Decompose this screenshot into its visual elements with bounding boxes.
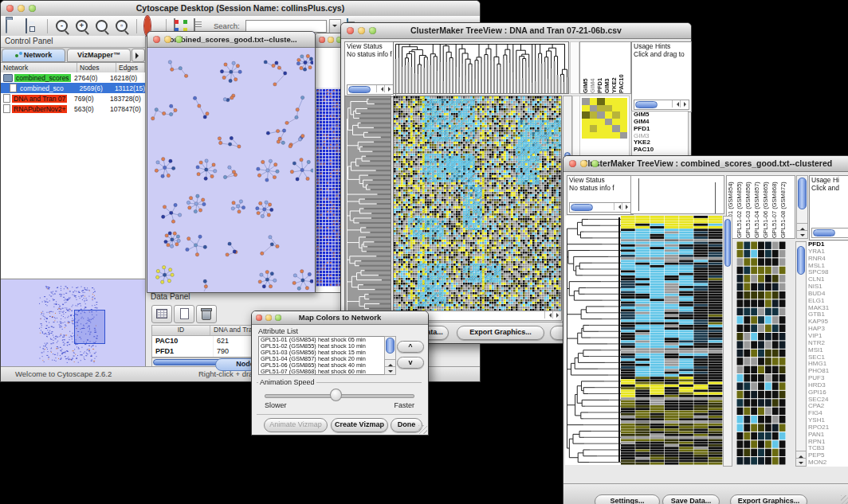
minimize-button[interactable]	[164, 36, 171, 43]
scrollbar-thumb[interactable]	[635, 101, 658, 108]
speed-slider-thumb[interactable]	[330, 389, 342, 401]
zoom-button[interactable]	[369, 27, 376, 34]
minimize-button[interactable]	[328, 37, 334, 43]
save-button[interactable]	[26, 19, 40, 33]
scroll-right-button[interactable]	[680, 100, 689, 107]
matrix-cell[interactable]	[590, 105, 598, 112]
attribute-list-item[interactable]: GPL51-07 (GSM868) heat shock 60 min	[259, 369, 385, 375]
matrix-cell[interactable]	[605, 105, 613, 112]
matrix-cell[interactable]	[612, 125, 620, 132]
settings-button[interactable]: Settings...	[595, 494, 660, 504]
matrix-cell[interactable]	[597, 105, 605, 112]
close-button[interactable]	[256, 315, 262, 321]
scrollbar-thumb[interactable]	[813, 229, 835, 236]
column-label[interactable]: GPL51-08 (GSM872)	[779, 176, 788, 238]
scroll-right-button[interactable]	[552, 311, 561, 318]
matrix-cell[interactable]	[597, 125, 605, 132]
column-label[interactable]: PFD1	[596, 42, 603, 93]
matrix-cell[interactable]	[612, 105, 620, 112]
minimize-button[interactable]	[18, 5, 25, 12]
matrix-cell[interactable]	[620, 119, 628, 126]
row-dendrogram-canvas[interactable]	[565, 216, 621, 465]
scrollbar-thumb[interactable]	[798, 178, 807, 209]
scroll-right-button[interactable]	[384, 85, 393, 92]
tab-overflow-button[interactable]	[132, 49, 145, 62]
resize-handle[interactable]	[841, 495, 848, 504]
scrollbar-thumb[interactable]	[571, 204, 593, 211]
scroll-down-button[interactable]	[385, 366, 395, 374]
matrix-cell[interactable]	[612, 132, 620, 139]
zoom-selected-button[interactable]: ▫	[115, 19, 129, 33]
column-dendrogram-area[interactable]	[630, 175, 724, 214]
matrix-cell[interactable]	[597, 111, 605, 119]
export-graphics-button[interactable]: Export Graphics...	[730, 494, 807, 504]
export-graphics-button[interactable]: Export Graphics...	[457, 326, 544, 340]
usage-hints-scrollbar[interactable]	[634, 100, 689, 110]
view-status-scrollbar[interactable]	[347, 84, 394, 95]
matrix-cell[interactable]	[582, 132, 590, 139]
matrix-cell[interactable]	[605, 98, 613, 105]
column-label[interactable]: GPL51-04 (GSM857)	[753, 176, 762, 238]
column-label[interactable]: PAC10	[618, 42, 625, 93]
close-button[interactable]	[347, 27, 354, 34]
matrix-cell[interactable]	[612, 111, 620, 119]
dense-network-canvas[interactable]	[316, 88, 342, 287]
column-label[interactable]: GPL51-03 (GSM856)	[744, 176, 753, 238]
matrix-cell[interactable]	[590, 119, 598, 126]
matrix-cell[interactable]	[605, 132, 613, 139]
scrollbar-thumb[interactable]	[724, 219, 731, 267]
column-label[interactable]: GIM3	[603, 42, 610, 93]
minimize-button[interactable]	[580, 160, 587, 167]
search-dropdown-button[interactable]	[329, 19, 341, 33]
heatmap-canvas[interactable]	[393, 96, 562, 316]
matrix-cell[interactable]	[620, 111, 628, 119]
column-dendrogram-canvas[interactable]	[393, 41, 569, 94]
scrollbar-thumb[interactable]	[348, 86, 371, 93]
gene-label[interactable]: PAC10	[632, 147, 688, 154]
treeview1-titlebar[interactable]: ClusterMaker TreeView : DNA and Tran 07-…	[341, 23, 691, 39]
delete-attribute-button[interactable]	[196, 305, 217, 323]
matrix-cell[interactable]	[590, 132, 598, 139]
matrix-cell[interactable]	[582, 105, 590, 112]
zoom-button[interactable]	[275, 315, 281, 321]
scroll-right-button[interactable]	[622, 203, 630, 210]
zoom-vscrollbar[interactable]	[795, 241, 807, 467]
close-button[interactable]	[153, 36, 160, 43]
column-label[interactable]: GPL51-02 (GSM855)	[736, 176, 744, 238]
network-list-row[interactable]: combined_sco 2569(6) 13112(15)	[1, 83, 145, 93]
minimize-button[interactable]	[265, 315, 272, 321]
usage-hints-scrollbar[interactable]	[811, 228, 848, 238]
scroll-down-button[interactable]	[796, 458, 806, 466]
scrollbar-thumb[interactable]	[797, 246, 805, 275]
matrix-cell[interactable]	[590, 125, 598, 132]
save-data-button[interactable]: Save Data...	[662, 494, 720, 504]
gene-label[interactable]: MON2	[807, 459, 848, 467]
done-button[interactable]: Done	[391, 418, 422, 432]
move-up-button[interactable]: ^	[397, 341, 424, 353]
close-button[interactable]	[319, 37, 325, 43]
matrix-cell[interactable]	[620, 132, 628, 139]
matrix-cell[interactable]	[620, 125, 628, 132]
dialog-titlebar[interactable]: Map Colors to Network	[252, 311, 428, 325]
animate-vizmap-button[interactable]: Animate Vizmap	[264, 418, 328, 432]
attribute-select-button[interactable]	[151, 305, 172, 323]
view-status-scrollbar[interactable]	[569, 202, 631, 213]
column-label[interactable]: YKE2	[610, 42, 618, 93]
network-overview-canvas[interactable]	[1, 279, 143, 366]
close-button[interactable]	[6, 5, 14, 12]
matrix-cell[interactable]	[597, 98, 605, 105]
zoom-out-button[interactable]: -	[55, 19, 69, 33]
minimize-button[interactable]	[358, 27, 365, 34]
treeview2-titlebar[interactable]: ClusterMaker TreeView : combined_scores_…	[563, 156, 848, 172]
zoom-button[interactable]	[591, 160, 599, 167]
column-label[interactable]: GIM5	[582, 42, 589, 93]
network-overview-panel[interactable]	[1, 279, 145, 367]
matrix-cell[interactable]	[620, 105, 628, 112]
column-label[interactable]: GIM4	[589, 42, 596, 93]
matrix-cell[interactable]	[605, 111, 613, 119]
dense-window-titlebar[interactable]	[316, 33, 344, 48]
zoom-fit-button[interactable]	[95, 19, 109, 33]
matrix-cell[interactable]	[620, 98, 628, 105]
similarity-matrix[interactable]	[582, 98, 627, 139]
matrix-cell[interactable]	[597, 119, 605, 126]
